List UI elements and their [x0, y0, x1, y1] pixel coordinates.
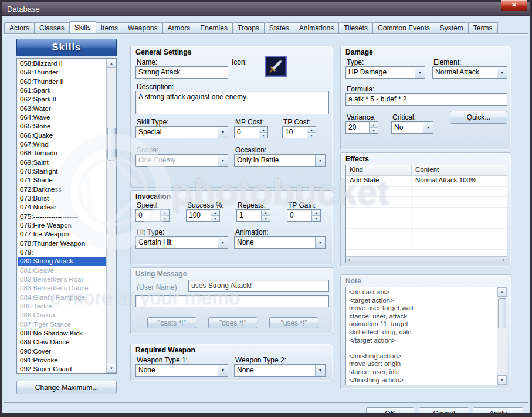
quick-button[interactable]: Quick...: [450, 111, 507, 124]
mp-cost-spinner[interactable]: 0 ▲ ▼: [234, 126, 268, 138]
skill-list-item[interactable]: 088:No Shadow Kick: [18, 329, 106, 338]
tab-actors[interactable]: Actors: [4, 22, 35, 33]
scroll-up-icon[interactable]: ▲: [107, 59, 116, 68]
occasion-select[interactable]: Only in Battle ▼: [234, 154, 326, 167]
scroll-down-icon[interactable]: ▼: [107, 364, 116, 373]
spin-down-icon[interactable]: ▼: [312, 216, 320, 221]
speed-spinner[interactable]: 0 ▲ ▼: [135, 209, 170, 222]
element-select[interactable]: Normal Attack ▼: [432, 66, 507, 79]
spin-up-icon[interactable]: ▲: [307, 127, 316, 133]
chevron-down-icon[interactable]: ▼: [315, 155, 325, 166]
effect-row[interactable]: Add StateNormal Attack 100%: [346, 176, 507, 187]
tab-classes[interactable]: Classes: [34, 22, 70, 33]
effect-row-empty[interactable]: [346, 218, 507, 229]
critical-select[interactable]: No ▼: [391, 121, 433, 134]
skill-type-select[interactable]: Special ▼: [135, 126, 228, 138]
repeats-spinner[interactable]: 1 ▲ ▼: [236, 209, 270, 222]
skill-list-item[interactable]: 083:Berserker's Dance: [18, 284, 106, 293]
scrollbar-thumb[interactable]: [107, 128, 116, 161]
hit-type-select[interactable]: Certain Hit ▼: [135, 236, 228, 249]
skill-list-item[interactable]: 077:Ice Weapon: [18, 230, 106, 239]
skill-list-item[interactable]: 059:Thunder: [18, 68, 106, 77]
spin-down-icon[interactable]: ▼: [307, 133, 316, 138]
effects-kind-column-header[interactable]: Kind: [346, 165, 412, 175]
skill-list-item[interactable]: 061:Spark: [18, 86, 106, 95]
skill-list-item[interactable]: 091:Provoke: [18, 356, 106, 365]
change-maximum-button[interactable]: Change Maximum...: [16, 381, 117, 394]
effect-row-empty[interactable]: [346, 239, 507, 250]
scroll-down-icon[interactable]: ▼: [497, 375, 507, 385]
spin-down-icon[interactable]: ▼: [259, 133, 267, 138]
chevron-down-icon[interactable]: ▼: [423, 122, 433, 133]
skill-list-item[interactable]: 075:--------------------: [18, 212, 106, 221]
skill-list[interactable]: 058:Blizzard II059:Thunder060:Thunder II…: [16, 58, 117, 374]
chevron-down-icon[interactable]: ▼: [497, 67, 507, 78]
formula-input[interactable]: a.atk * 5 - b.def * 2: [345, 93, 507, 106]
skill-list-item[interactable]: 060:Thunder II: [18, 77, 106, 86]
skill-list-item[interactable]: 089:Claw Dance: [18, 338, 106, 347]
skill-list-item[interactable]: 080:Strong Attack: [18, 257, 106, 266]
close-button[interactable]: ✕: [501, 0, 527, 11]
tab-states[interactable]: States: [264, 22, 294, 33]
skill-list-item[interactable]: 058:Blizzard II: [18, 59, 106, 68]
damage-type-select[interactable]: HP Damage ▼: [345, 66, 425, 79]
tab-tilesets[interactable]: Tilesets: [338, 22, 373, 33]
skill-list-item[interactable]: 079:--------------------: [18, 248, 106, 257]
tab-common-events[interactable]: Common Events: [372, 22, 435, 33]
skill-list-item[interactable]: 066:Quake: [18, 131, 106, 140]
effect-row-empty[interactable]: [346, 197, 507, 208]
spin-up-icon[interactable]: ▲: [312, 210, 320, 216]
spin-up-icon[interactable]: ▲: [370, 122, 378, 128]
skill-list-item[interactable]: 065:Stone: [18, 122, 106, 131]
tp-gain-spinner[interactable]: 0 ▲ ▼: [287, 209, 321, 222]
chevron-down-icon[interactable]: ▼: [315, 237, 325, 248]
success-spinner[interactable]: 100 ▲ ▼: [186, 209, 220, 222]
spin-up-icon[interactable]: ▲: [262, 210, 270, 216]
skill-list-item[interactable]: 084:Giant's Rampage: [18, 293, 106, 302]
variance-spinner[interactable]: 20 ▲ ▼: [345, 121, 378, 134]
skill-list-scrollbar[interactable]: ▲ ▼: [106, 59, 116, 373]
skill-list-item[interactable]: 081:Cleave: [18, 266, 106, 275]
spin-down-icon[interactable]: ▼: [370, 128, 378, 133]
skill-list-item[interactable]: 070:Starlight: [18, 167, 106, 176]
tp-cost-spinner[interactable]: 10 ▲ ▼: [282, 126, 316, 138]
tab-enemies[interactable]: Enemies: [195, 22, 233, 33]
skill-list-item[interactable]: 064:Wave: [18, 113, 106, 122]
spin-up-icon[interactable]: ▲: [161, 210, 169, 216]
name-input[interactable]: Strong Attack: [135, 66, 228, 79]
tab-system[interactable]: System: [435, 22, 469, 33]
spin-down-icon[interactable]: ▼: [211, 216, 219, 221]
effects-hscrollbar[interactable]: ◄ ►: [346, 256, 507, 263]
effects-content-column-header[interactable]: Content: [412, 165, 497, 175]
tab-items[interactable]: Items: [96, 22, 123, 33]
skill-list-item[interactable]: 063:Water: [18, 104, 106, 113]
skill-list-item[interactable]: 086:Chakra: [18, 311, 106, 320]
skill-list-item[interactable]: 069:Saint: [18, 158, 106, 167]
skill-list-item[interactable]: 076:Fire Weapon: [18, 221, 106, 230]
effect-row-empty[interactable]: [346, 208, 507, 218]
skill-list-item[interactable]: 092:Super Guard: [18, 365, 106, 372]
scroll-up-icon[interactable]: ▲: [497, 287, 507, 297]
effect-row-empty[interactable]: [346, 229, 507, 239]
tab-troops[interactable]: Troops: [232, 22, 265, 33]
spin-down-icon[interactable]: ▼: [161, 216, 169, 221]
tab-weapons[interactable]: Weapons: [123, 22, 162, 33]
skill-list-item[interactable]: 090:Cover: [18, 347, 106, 356]
chevron-down-icon[interactable]: ▼: [218, 237, 228, 248]
skill-list-item[interactable]: 082:Berserker's Roar: [18, 275, 106, 284]
weapon-type1-select[interactable]: None ▼: [135, 364, 228, 377]
note-textarea[interactable]: <no cast ani><target action>move user:ta…: [345, 287, 507, 385]
tab-terms[interactable]: Terms: [468, 22, 498, 33]
animation-select[interactable]: None ▼: [234, 236, 326, 249]
weapon-type2-select[interactable]: None ▼: [234, 364, 326, 377]
skill-list-item[interactable]: 068:Tornado: [18, 149, 106, 158]
description-input[interactable]: A strong attack against one enemy.: [135, 91, 329, 114]
spin-up-icon[interactable]: ▲: [259, 127, 267, 133]
skill-list-item[interactable]: 078:Thunder Weapon: [18, 239, 106, 248]
scroll-left-icon[interactable]: ◄: [347, 258, 350, 262]
titlebar[interactable]: Database: [2, 2, 530, 16]
chevron-down-icon[interactable]: ▼: [218, 127, 228, 138]
skill-list-item[interactable]: 085:Tackle: [18, 302, 106, 311]
skill-icon-button[interactable]: [265, 56, 287, 77]
note-scrollbar[interactable]: ▲ ▼: [497, 287, 507, 385]
